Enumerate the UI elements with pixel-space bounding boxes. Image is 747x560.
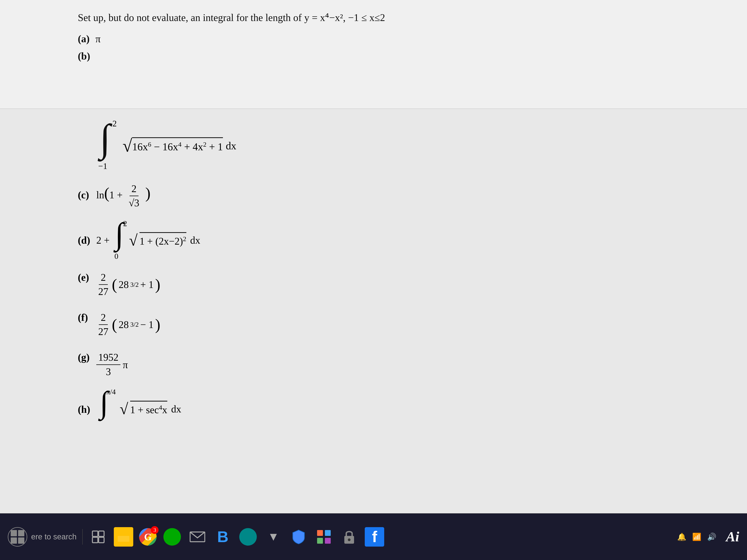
svg-rect-3 xyxy=(99,537,104,543)
paren-f-close: ) xyxy=(155,316,160,334)
part-g-expr: 1952 3 π xyxy=(96,351,128,378)
problem-statement: Set up, but do not evaluate, an integral… xyxy=(78,12,731,23)
svg-point-11 xyxy=(348,538,351,541)
integral-b-upper: 2 xyxy=(112,118,117,129)
sqrt-sign-b: √ xyxy=(123,139,132,153)
svg-rect-2 xyxy=(93,537,98,543)
system-tray: 🔔 📶 🔊 xyxy=(677,533,716,541)
network-icon: 📶 xyxy=(692,533,701,541)
int-h-upper: π/4 xyxy=(106,388,116,396)
sqrt-content-h: 1 + sec4x xyxy=(130,402,167,416)
part-e-row: (e) 2 27 ( 283/2 + 1 ) xyxy=(78,271,731,298)
f-icon-label: f xyxy=(372,528,377,546)
notification-badge: 3 xyxy=(151,526,158,534)
part-h-label: (h) xyxy=(78,404,93,415)
part-g-row: (g) 1952 3 π xyxy=(78,351,731,378)
svg-rect-1 xyxy=(99,531,104,536)
taskbar: ere to search G 3 B xyxy=(0,513,747,560)
down-arrow-button[interactable]: ▼ xyxy=(264,527,283,546)
integral-b-lower: −1 xyxy=(98,161,107,171)
frac-f-denom: 27 xyxy=(96,325,110,338)
app-icon-green[interactable] xyxy=(162,527,182,546)
shield-app-button[interactable] xyxy=(289,527,308,546)
google-icon-wrapper[interactable]: G 3 xyxy=(139,528,157,545)
search-text: ere to search xyxy=(31,532,76,541)
svg-rect-7 xyxy=(325,530,331,536)
dx-d: dx xyxy=(190,235,200,246)
part-d-expr: 2 + 2 ∫ 0 √ 1 + (2x−2)2 dx xyxy=(96,223,200,258)
main-section: 2 ∫ −1 √ 16x6 − 16x4 + 4x2 + 1 dx (c) ln… xyxy=(0,109,747,513)
task-view-button[interactable] xyxy=(88,527,108,546)
sqrt-sign-h: √ xyxy=(120,403,128,415)
part-d-label: (d) xyxy=(78,235,93,246)
part-e-expr: 2 27 ( 283/2 + 1 ) xyxy=(96,271,160,298)
svg-rect-9 xyxy=(325,538,331,544)
search-area[interactable]: ere to search xyxy=(8,527,76,546)
frac-e-numer: 2 xyxy=(99,271,108,285)
dx-h: dx xyxy=(171,403,181,415)
part-e-label: (e) xyxy=(78,272,93,283)
clock-area: 🔔 xyxy=(677,533,686,541)
part-c-label: (c) xyxy=(78,189,93,201)
svg-rect-6 xyxy=(317,530,323,536)
part-b-label: (b) xyxy=(78,51,90,62)
paren-e-open: ( xyxy=(112,276,117,293)
mail-button[interactable] xyxy=(188,527,207,546)
puzzle-button[interactable] xyxy=(314,527,334,546)
int-d-upper: 2 xyxy=(123,219,127,228)
part-c-row: (c) ln(1 + 2 √3 ) xyxy=(78,183,731,209)
part-a-answer: π xyxy=(96,33,101,45)
part-c-expr: ln(1 + 2 √3 ) xyxy=(96,183,151,209)
integral-b-expr: 2 ∫ −1 √ 16x6 − 16x4 + 4x2 + 1 dx xyxy=(97,125,236,167)
sqrt-content-d: 1 + (2x−2)2 xyxy=(139,234,186,247)
file-manager-button[interactable] xyxy=(114,527,133,546)
frac-c-denom: √3 xyxy=(127,196,141,209)
volume-icon: 🔊 xyxy=(707,533,716,541)
part-f-row: (f) 2 27 ( 283/2 − 1 ) xyxy=(78,312,731,338)
browser-button[interactable]: B xyxy=(213,527,232,546)
svg-rect-0 xyxy=(93,531,98,536)
frac-e-denom: 27 xyxy=(96,285,110,298)
part-h-expr: π/4 ∫ √ 1 + sec4x dx xyxy=(96,392,181,426)
ai-label: Ai xyxy=(726,529,739,545)
part-d-row: (d) 2 + 2 ∫ 0 √ 1 + (2x−2)2 dx xyxy=(78,223,731,258)
lock-button[interactable] xyxy=(339,527,359,546)
int-d-lower: 0 xyxy=(114,251,118,261)
frac-g-denom: 3 xyxy=(104,365,113,378)
facebook-button[interactable]: f xyxy=(365,527,384,546)
frac-c-numer: 2 xyxy=(130,183,138,196)
taskbar-separator xyxy=(82,529,83,544)
part-f-expr: 2 27 ( 283/2 − 1 ) xyxy=(96,312,160,338)
green-app xyxy=(163,528,181,545)
top-section: Set up, but do not evaluate, an integral… xyxy=(0,0,747,109)
b-icon-label: B xyxy=(217,528,229,546)
minus-f: − 1 xyxy=(140,319,153,330)
integral-sign-b: ∫ xyxy=(100,125,110,152)
part-a-label: (a) xyxy=(78,33,90,45)
sqrt-sign-d: √ xyxy=(129,235,137,246)
svg-rect-8 xyxy=(317,538,323,544)
frac-f-numer: 2 xyxy=(99,312,108,325)
windows-icon xyxy=(11,530,24,544)
paren-f-open: ( xyxy=(112,316,117,334)
paren-e-close: ) xyxy=(155,276,160,293)
plus-e: + 1 xyxy=(140,279,153,290)
teal-app-button[interactable] xyxy=(238,527,258,546)
part-g-label: (g) xyxy=(78,351,93,363)
start-button[interactable] xyxy=(8,527,27,546)
exp-e: 3/2 xyxy=(130,281,139,288)
int-sign-d: ∫ xyxy=(115,223,124,245)
part-f-label: (f) xyxy=(78,312,93,323)
svg-rect-4 xyxy=(118,536,129,542)
exp-f: 3/2 xyxy=(130,321,139,328)
part-h-row: (h) π/4 ∫ √ 1 + sec4x dx xyxy=(78,392,731,426)
dx-b: dx xyxy=(226,140,236,152)
sqrt-content-b: 16x6 − 16x4 + 4x2 + 1 xyxy=(132,139,223,153)
teal-app-icon xyxy=(239,528,257,545)
frac-g-numer: 1952 xyxy=(96,351,121,365)
